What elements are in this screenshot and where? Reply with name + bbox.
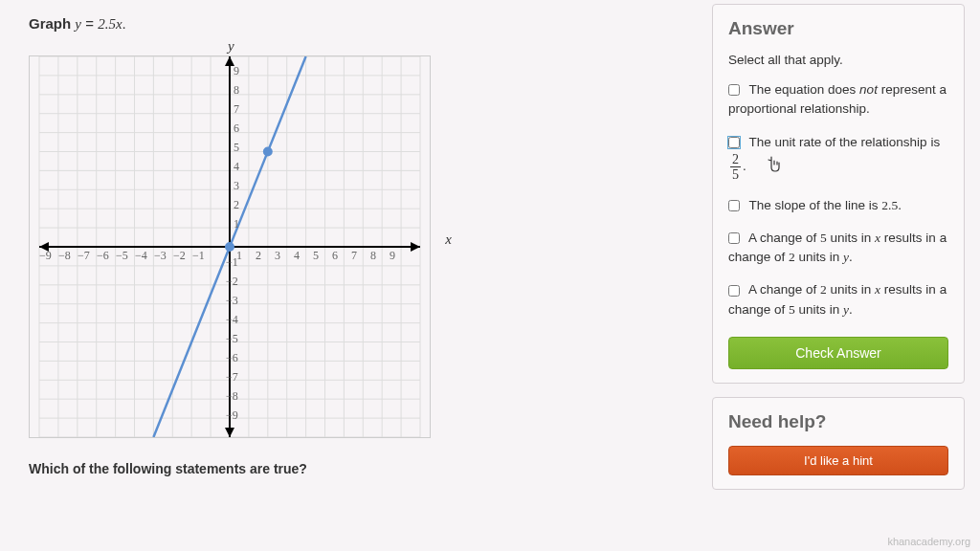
question-prompt: Which of the following statements are tr… — [29, 461, 683, 476]
hint-button[interactable]: I'd like a hint — [728, 446, 948, 475]
answer-title: Answer — [728, 18, 948, 39]
graph: y x — [29, 40, 431, 442]
answer-panel: Answer Select all that apply. The equati… — [712, 4, 965, 384]
y-axis-label: y — [228, 38, 234, 55]
x-axis-label: x — [445, 231, 452, 248]
watermark: khanacademy.org — [887, 536, 970, 547]
option-5: A change of 2 units in x results in a ch… — [728, 280, 948, 320]
svg-point-48 — [263, 147, 273, 157]
option-1-checkbox[interactable] — [728, 84, 740, 96]
option-2-checkbox[interactable] — [728, 137, 740, 148]
cursor-icon — [767, 156, 782, 179]
check-answer-button[interactable]: Check Answer — [728, 337, 948, 369]
svg-point-47 — [225, 242, 234, 252]
svg-marker-42 — [411, 242, 420, 252]
answer-instruction: Select all that apply. — [728, 53, 948, 67]
svg-marker-45 — [225, 428, 234, 437]
equation-rhs: 2.5x — [98, 16, 122, 32]
option-2: The unit rate of the relationship is 25. — [728, 133, 948, 183]
question-prefix: Graph — [29, 15, 75, 32]
help-panel: Need help? I'd like a hint — [712, 397, 965, 490]
option-4-checkbox[interactable] — [728, 232, 740, 244]
option-3-checkbox[interactable] — [728, 200, 740, 211]
option-3: The slope of the line is 2.5. — [728, 196, 948, 215]
option-5-checkbox[interactable] — [728, 285, 740, 297]
equation-lhs: y — [75, 16, 81, 32]
right-panel: Answer Select all that apply. The equati… — [712, 0, 980, 551]
question-panel: Graph y = 2.5x. y x — [0, 0, 712, 551]
question-title: Graph y = 2.5x. — [29, 15, 683, 33]
option-4: A change of 5 units in x results in a ch… — [728, 229, 948, 268]
option-1: The equation does not represent a propor… — [728, 80, 948, 120]
fraction-two-fifths: 25 — [730, 152, 741, 183]
help-title: Need help? — [728, 411, 948, 432]
